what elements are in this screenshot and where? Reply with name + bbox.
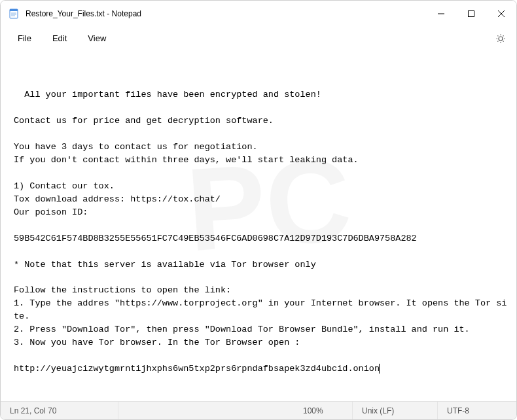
statusbar: Ln 21, Col 70 100% Unix (LF) UTF-8 xyxy=(1,401,516,419)
menu-view[interactable]: View xyxy=(77,29,116,47)
settings-button[interactable] xyxy=(491,29,510,48)
maximize-button[interactable] xyxy=(456,1,486,27)
gear-icon xyxy=(495,33,506,44)
menubar: File Edit View xyxy=(1,27,516,50)
menu-edit[interactable]: Edit xyxy=(42,29,77,47)
menu-file[interactable]: File xyxy=(7,29,42,47)
window-controls xyxy=(426,1,516,27)
titlebar: Restore_Your_Files.txt - Notepad xyxy=(1,1,516,27)
status-cursor: Ln 21, Col 70 xyxy=(1,402,118,419)
svg-rect-1 xyxy=(10,9,18,11)
minimize-button[interactable] xyxy=(426,1,456,27)
status-zoom: 100% xyxy=(294,402,353,419)
status-eol: Unix (LF) xyxy=(353,402,438,419)
editor-text: All your important files have been encry… xyxy=(14,90,507,374)
editor-area[interactable]: PC All your important files have been en… xyxy=(1,50,516,401)
notepad-icon xyxy=(9,9,19,19)
status-encoding: UTF-8 xyxy=(438,402,516,419)
window-title: Restore_Your_Files.txt - Notepad xyxy=(26,9,426,18)
close-button[interactable] xyxy=(486,1,516,27)
svg-rect-6 xyxy=(469,11,474,17)
